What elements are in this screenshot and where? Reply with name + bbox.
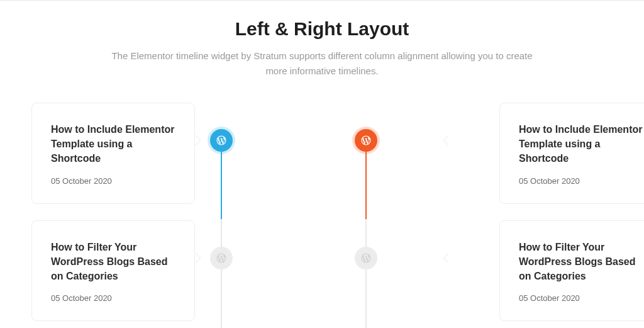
timeline-marker: [355, 247, 377, 269]
timeline-card[interactable]: How to Include Elementor Template using …: [31, 103, 195, 204]
wordpress-icon: [360, 252, 372, 264]
card-date: 05 October 2020: [519, 176, 643, 186]
card-date: 05 October 2020: [519, 293, 643, 303]
wordpress-icon: [216, 252, 227, 264]
page-heading: Left & Right Layout: [0, 18, 644, 40]
timeline-card[interactable]: How to Filter Your WordPress Blogs Based…: [499, 220, 644, 322]
page-subheading: The Elementor timeline widget by Stratum…: [108, 48, 536, 79]
card-notch: [443, 252, 454, 263]
card-title: How to Include Elementor Template using …: [51, 122, 175, 166]
timeline-item: How to Include Elementor Template using …: [341, 103, 613, 204]
wordpress-icon: [216, 135, 227, 146]
card-date: 05 October 2020: [51, 293, 175, 303]
timeline-item: How to Filter Your WordPress Blogs Based…: [31, 220, 303, 322]
timeline-item: How to Filter Your WordPress Blogs Based…: [341, 220, 613, 322]
timeline-left: How to Include Elementor Template using …: [31, 103, 303, 328]
timeline-marker: [210, 247, 233, 269]
card-title: How to Include Elementor Template using …: [519, 122, 643, 166]
card-notch: [443, 135, 454, 146]
timeline-marker: [355, 129, 377, 152]
wordpress-icon: [360, 135, 372, 146]
timeline-item: How to Include Elementor Template using …: [31, 103, 303, 204]
card-title: How to Filter Your WordPress Blogs Based…: [519, 240, 643, 284]
timeline-right: How to Include Elementor Template using …: [341, 103, 613, 328]
card-date: 05 October 2020: [51, 176, 175, 186]
timeline-columns: How to Include Elementor Template using …: [0, 103, 644, 328]
card-title: How to Filter Your WordPress Blogs Based…: [51, 240, 175, 284]
timeline-card[interactable]: How to Filter Your WordPress Blogs Based…: [31, 220, 195, 322]
timeline-card[interactable]: How to Include Elementor Template using …: [499, 103, 644, 204]
timeline-marker: [210, 129, 233, 152]
page-container: Left & Right Layout The Elementor timeli…: [0, 1, 644, 328]
